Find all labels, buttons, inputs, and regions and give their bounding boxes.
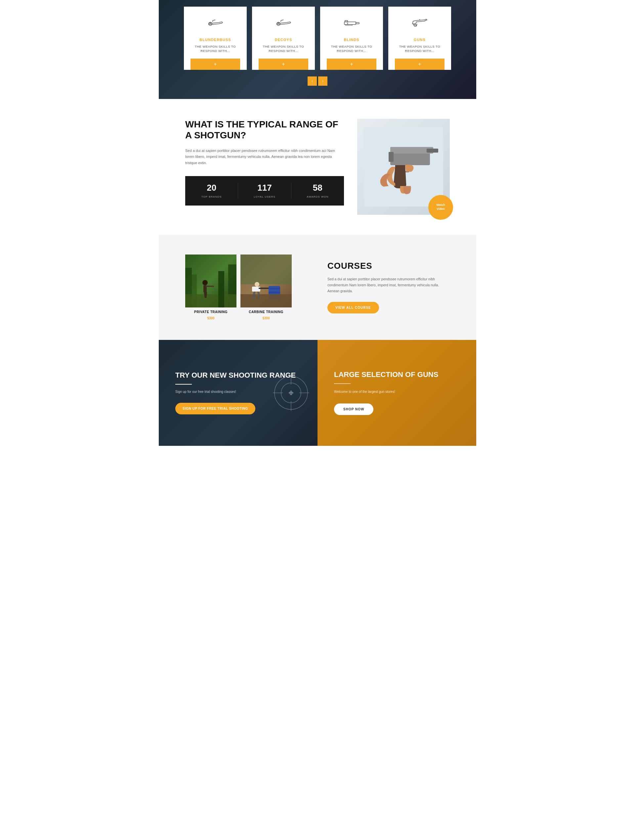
weapon-card-blinds: BLINDS THE WEAPON SKILLS TO RESPOND WITH… xyxy=(320,6,383,70)
weapon-card-guns: GUNS THE WEAPON SKILLS TO RESPOND WITH..… xyxy=(388,6,451,70)
carousel-navigation: ‹ › xyxy=(172,76,463,86)
carbine-training-price: $300 xyxy=(262,316,269,320)
svg-rect-19 xyxy=(427,148,438,153)
svg-rect-8 xyxy=(344,22,356,24)
crosshair-icon xyxy=(271,373,311,413)
decoys-plus-btn[interactable]: + xyxy=(258,58,308,70)
cta-right-subtitle: Welcome to one of the largest gun stores… xyxy=(334,389,460,394)
svg-rect-27 xyxy=(206,286,214,287)
info-right-content: Watch Video xyxy=(357,119,450,215)
svg-rect-18 xyxy=(389,152,394,162)
svg-rect-39 xyxy=(252,287,260,292)
svg-rect-24 xyxy=(185,294,236,308)
svg-rect-30 xyxy=(218,271,224,308)
weapons-section: BLUNDERBUSS THE WEAPON SKILLS TO RESPOND… xyxy=(159,0,476,99)
course-private-image xyxy=(185,254,236,308)
blinds-desc: THE WEAPON SKILLS TO RESPOND WITH... xyxy=(327,44,377,53)
stat-users-number: 117 xyxy=(238,183,291,193)
view-all-courses-btn[interactable]: VIEW ALL COURSE xyxy=(328,302,379,313)
courses-section: PRIVATE TRAINING $300 xyxy=(159,235,476,340)
decoys-icon xyxy=(274,14,293,34)
decoys-desc: THE WEAPON SKILLS TO RESPOND WITH... xyxy=(258,44,308,53)
carbine-training-name: CARBINE TRAINING xyxy=(249,310,284,314)
stats-bar: 20 TOP BRANDS 117 LOYAL USERS 58 AWARDS … xyxy=(185,176,344,205)
course-carbine-image xyxy=(240,254,292,308)
blinds-plus-btn[interactable]: + xyxy=(327,58,377,70)
svg-rect-34 xyxy=(269,287,280,289)
guns-title: GUNS xyxy=(414,38,425,42)
weapon-card-blunderbuss: BLUNDERBUSS THE WEAPON SKILLS TO RESPOND… xyxy=(184,6,247,70)
svg-rect-40 xyxy=(258,287,269,289)
svg-point-38 xyxy=(255,282,259,287)
cta-left-divider xyxy=(175,384,192,385)
course-private-wrapper: PRIVATE TRAINING $300 xyxy=(185,254,236,320)
blinds-title: BLINDS xyxy=(344,38,359,42)
guns-icon xyxy=(410,14,430,34)
private-training-name: PRIVATE TRAINING xyxy=(194,310,227,314)
cta-right-divider xyxy=(334,383,351,384)
carousel-next-btn[interactable]: › xyxy=(318,76,328,86)
guns-plus-btn[interactable]: + xyxy=(395,58,444,70)
stat-users-label: LOYAL USERS xyxy=(254,195,276,198)
svg-line-7 xyxy=(281,20,284,21)
guns-desc: THE WEAPON SKILLS TO RESPOND WITH... xyxy=(395,44,444,53)
course-carbine-wrapper: CARBINE TRAINING $300 xyxy=(240,254,292,320)
stat-brands-number: 20 xyxy=(185,183,238,193)
svg-point-14 xyxy=(414,24,416,26)
svg-rect-32 xyxy=(240,254,292,284)
shop-now-btn[interactable]: Shop Now xyxy=(334,403,373,415)
weapon-card-decoys: DECOYS THE WEAPON SKILLS TO RESPOND WITH… xyxy=(252,6,315,70)
stat-awards-number: 58 xyxy=(292,183,344,193)
watch-label: Watch xyxy=(436,203,445,207)
svg-line-3 xyxy=(213,20,215,21)
svg-point-25 xyxy=(202,280,208,285)
svg-rect-35 xyxy=(269,292,280,293)
svg-rect-9 xyxy=(356,22,359,24)
signup-btn[interactable]: Sign Up for Free Trial Shooting xyxy=(175,403,255,414)
stat-brands: 20 TOP BRANDS xyxy=(185,183,238,199)
blinds-icon xyxy=(342,14,361,34)
cta-guns-selection: LARGE SELECTION OF GUNS Welcome to one o… xyxy=(317,340,476,446)
watch-video-btn[interactable]: Watch Video xyxy=(428,195,453,220)
decoys-title: DECOYS xyxy=(275,38,292,42)
svg-rect-12 xyxy=(346,24,352,25)
info-title: WHAT IS THE TYPICAL RANGE OF A SHOTGUN? xyxy=(185,119,344,141)
svg-rect-37 xyxy=(240,294,292,308)
stat-brands-label: TOP BRANDS xyxy=(202,195,222,198)
courses-title: COURSES xyxy=(328,261,450,271)
blunderbuss-title: BLUNDERBUSS xyxy=(199,38,231,42)
cta-shooting-range: TRY OUR NEW SHOOTING RANGE Sign up for o… xyxy=(159,340,317,446)
cta-right-title: LARGE SELECTION OF GUNS xyxy=(334,370,460,379)
courses-info: COURSES Sed a dui at sapien porttitor pl… xyxy=(321,261,450,314)
info-section: WHAT IS THE TYPICAL RANGE OF A SHOTGUN? … xyxy=(159,99,476,235)
info-left-content: WHAT IS THE TYPICAL RANGE OF A SHOTGUN? … xyxy=(185,119,344,205)
private-training-price: $300 xyxy=(207,316,214,320)
stat-awards: 58 AWARDS WON xyxy=(292,183,344,199)
blunderbuss-desc: THE WEAPON SKILLS TO RESPOND WITH... xyxy=(191,44,240,53)
courses-description: Sed a dui at sapien porttitor placer pen… xyxy=(328,276,450,294)
blunderbuss-plus-btn[interactable]: + xyxy=(191,58,240,70)
courses-images: PRIVATE TRAINING $300 xyxy=(185,254,307,320)
carousel-prev-btn[interactable]: ‹ xyxy=(307,76,317,86)
stat-users: 117 LOYAL USERS xyxy=(238,183,291,199)
cta-section: TRY OUR NEW SHOOTING RANGE Sign up for o… xyxy=(159,340,476,446)
weapons-grid: BLUNDERBUSS THE WEAPON SKILLS TO RESPOND… xyxy=(172,6,463,70)
blunderbuss-icon xyxy=(205,14,225,34)
video-label: Video xyxy=(436,207,444,211)
info-description: Sed a dui at sapien porttitor placer pen… xyxy=(185,148,344,166)
svg-rect-10 xyxy=(345,21,348,22)
stat-awards-label: AWARDS WON xyxy=(307,195,328,198)
